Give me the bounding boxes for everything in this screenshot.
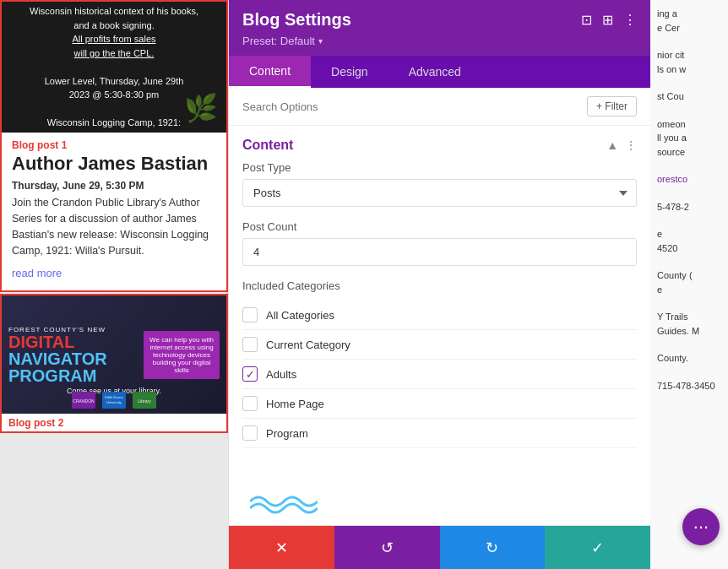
post-type-label: Post Type [242,161,637,174]
post-count-input[interactable] [242,238,637,266]
check-icon: ✓ [246,368,255,381]
preset-label[interactable]: Preset: Default ▾ [242,35,637,47]
confirm-button[interactable]: ✓ [545,526,650,569]
category-item-adults[interactable]: ✓ Adults [242,360,637,389]
redo-button[interactable]: ↻ [440,526,546,569]
svg-text:CRANDON: CRANDON [73,398,95,404]
snippet-11: 715-478-3450 [657,379,721,393]
help-box: We can help you with internet access usi… [144,331,220,379]
category-label-current: Current Category [266,339,350,351]
post-type-group: Post Type Posts [242,161,637,207]
snippet-1: ing ae Cer [657,7,721,35]
settings-tabs: Content Design Advanced [229,56,650,88]
filter-button[interactable]: + Filter [587,96,637,117]
header-icons: ⊡ ⊞ ⋮ [581,12,637,28]
search-options-input[interactable] [242,100,580,113]
category-checkbox-all[interactable] [242,307,258,322]
section-more-icon[interactable]: ⋮ [625,138,637,152]
category-item-program[interactable]: Program [242,419,637,448]
fab-icon: ··· [693,516,709,538]
card1-image: Discussion on his new release, the rich … [2,2,226,133]
svg-text:University: University [106,400,122,404]
category-checkbox-program[interactable] [242,425,258,441]
blog-settings-panel: Blog Settings ⊡ ⊞ ⋮ Preset: Default ▾ Co… [228,0,650,569]
cancel-button[interactable]: ✕ [229,526,334,569]
left-panel: Discussion on his new release, the rich … [0,0,228,569]
snippet-4: omeonll you asource [657,117,721,160]
tab-advanced[interactable]: Advanced [388,56,481,88]
more-options-icon[interactable]: ⋮ [623,12,637,28]
library-logo-3: Library [133,392,156,410]
post-type-select[interactable]: Posts [242,179,637,207]
undo-button[interactable]: ↺ [334,526,440,569]
card1-description: Join the Crandon Public Library's Author… [12,195,216,258]
snippet-10: County. [657,351,721,366]
card1-meta: Thursday, June 29, 5:30 PM [12,180,216,192]
screen-icon[interactable]: ⊡ [581,12,592,28]
blog-post-2-label: Blog post 2 [2,414,226,432]
program-text: PROGRAM [8,367,144,384]
collapse-icon[interactable]: ▲ [606,138,618,152]
svg-text:Edith Evans: Edith Evans [105,395,122,399]
category-label-homepage: Home Page [266,398,324,410]
svg-text:Library: Library [138,398,151,404]
settings-header: Blog Settings ⊡ ⊞ ⋮ Preset: Default ▾ [229,0,650,56]
card1-title: Author James Bastian [12,153,216,175]
fab-button[interactable]: ··· [682,508,720,545]
library-logo-1: CRANDON [72,392,95,410]
category-checkbox-homepage[interactable] [242,396,258,411]
snippet-2: nior citls on w [657,48,721,76]
preset-dropdown-arrow: ▾ [318,36,323,46]
snippet-5: orestco [657,172,721,187]
category-item-homepage[interactable]: Home Page [242,389,637,419]
navigator-content: FOREST COUNTY'S NEW DIGITAL NAVIGATOR PR… [8,326,220,384]
category-label-program: Program [266,427,308,440]
category-checkbox-adults[interactable]: ✓ [242,366,258,382]
navigator-title-area: FOREST COUNTY'S NEW DIGITAL NAVIGATOR PR… [8,326,144,384]
content-section-header: Content ▲ ⋮ [242,126,637,161]
columns-icon[interactable]: ⊞ [602,12,613,28]
settings-title: Blog Settings [242,10,351,30]
library-logos: CRANDON Edith EvansUniversity Library [2,392,226,410]
water-wave-decoration [250,485,318,522]
card2-image: FOREST COUNTY'S NEW DIGITAL NAVIGATOR PR… [2,295,226,414]
post-count-group: Post Count [242,220,637,266]
digital-text: DIGITAL [8,333,144,350]
snippet-8: County (e [657,268,721,296]
blog-post-1-label: Blog post 1 [12,139,216,151]
leaf-icon: 🌿 [184,92,218,124]
card1-image-text: Discussion on his new release, the rich … [23,2,205,133]
bottom-toolbar: ✕ ↺ ↻ ✓ [229,525,650,569]
category-label-all: All Categories [266,309,334,322]
category-label-adults: Adults [266,368,296,381]
section-controls: ▲ ⋮ [606,138,637,152]
library-logo-2: Edith EvansUniversity [102,392,126,410]
settings-header-top: Blog Settings ⊡ ⊞ ⋮ [242,10,637,30]
read-more-link[interactable]: read more [12,267,62,279]
snippet-7: e4520 [657,227,721,255]
snippet-3: st Cou [657,89,721,104]
snippet-9: Y TrailsGuides. M [657,310,721,338]
blog-post-card-1: Discussion on his new release, the rich … [0,0,228,292]
tab-design[interactable]: Design [311,56,388,88]
categories-group: Included Categories All Categories Curre… [242,279,637,448]
card1-body: Blog post 1 Author James Bastian Thursda… [2,133,226,290]
category-item-current[interactable]: Current Category [242,330,637,360]
category-item-all[interactable]: All Categories [242,301,637,330]
tab-content[interactable]: Content [229,56,311,88]
categories-label: Included Categories [242,279,637,292]
settings-search-bar: + Filter [229,88,650,126]
category-checkbox-current[interactable] [242,337,258,352]
content-section-title: Content [242,138,293,153]
navigator-text: NAVIGATOR [8,350,144,367]
snippet-6: 5-478-2 [657,200,721,214]
post-count-label: Post Count [242,220,637,233]
far-right-panel: ing ae Cer nior citls on w st Cou omeonl… [650,0,728,569]
settings-body: Content ▲ ⋮ Post Type Posts Post Count I… [229,126,650,525]
blog-post-card-2: FOREST COUNTY'S NEW DIGITAL NAVIGATOR PR… [0,294,228,433]
